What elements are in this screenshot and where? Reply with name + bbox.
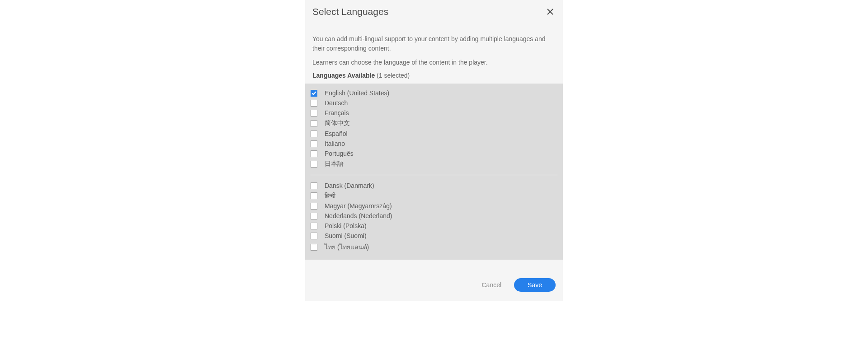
language-item[interactable]: Français xyxy=(311,108,557,118)
language-checkbox[interactable] xyxy=(311,203,317,210)
language-label: Polski (Polska) xyxy=(325,222,367,229)
language-label: Español xyxy=(325,130,348,137)
language-checkbox[interactable] xyxy=(311,140,317,147)
close-button[interactable] xyxy=(545,6,556,17)
save-button[interactable]: Save xyxy=(514,278,556,292)
language-checkbox[interactable] xyxy=(311,192,317,199)
language-label: English (United States) xyxy=(325,89,389,97)
modal-header: Select Languages xyxy=(305,0,563,22)
language-group-divider xyxy=(311,175,557,175)
language-checkbox[interactable] xyxy=(311,150,317,157)
modal-footer: Cancel Save xyxy=(305,260,563,292)
language-checkbox[interactable] xyxy=(311,100,317,107)
cancel-button[interactable]: Cancel xyxy=(480,278,503,292)
language-item[interactable]: Deutsch xyxy=(311,98,557,108)
language-checkbox[interactable] xyxy=(311,244,317,251)
select-languages-modal: Select Languages You can add multi-lingu… xyxy=(305,0,563,301)
language-label: ไทย (ไทยแลนด์) xyxy=(325,242,369,252)
language-item[interactable]: Suomi (Suomi) xyxy=(311,231,557,241)
language-label: Deutsch xyxy=(325,99,348,107)
language-label: 简体中文 xyxy=(325,119,350,127)
language-item[interactable]: ไทย (ไทยแลนด์) xyxy=(311,241,557,253)
language-label: Français xyxy=(325,109,349,117)
language-item[interactable]: Español xyxy=(311,129,557,139)
language-checkbox[interactable] xyxy=(311,233,317,239)
language-item[interactable]: Dansk (Danmark) xyxy=(311,181,557,191)
language-item[interactable]: Magyar (Magyarország) xyxy=(311,201,557,211)
modal-body: You can add multi-lingual support to you… xyxy=(305,34,563,260)
language-item[interactable]: English (United States) xyxy=(311,88,557,98)
language-item[interactable]: Italiano xyxy=(311,139,557,149)
description-text-1: You can add multi-lingual support to you… xyxy=(312,34,556,53)
language-list: English (United States)DeutschFrançais简体… xyxy=(305,84,563,260)
language-checkbox[interactable] xyxy=(311,110,317,117)
language-label: Suomi (Suomi) xyxy=(325,232,367,239)
languages-available-label: Languages Available xyxy=(312,72,375,79)
language-checkbox[interactable] xyxy=(311,182,317,189)
language-checkbox[interactable] xyxy=(311,223,317,229)
language-checkbox[interactable] xyxy=(311,161,317,168)
language-label: Nederlands (Nederland) xyxy=(325,212,392,219)
language-item[interactable]: Polski (Polska) xyxy=(311,221,557,231)
description-text-2: Learners can choose the language of the … xyxy=(312,58,556,67)
language-item[interactable]: Português xyxy=(311,149,557,159)
language-label: 日本語 xyxy=(325,160,344,168)
language-label: Dansk (Danmark) xyxy=(325,182,374,189)
modal-title: Select Languages xyxy=(312,6,388,17)
languages-available-header: Languages Available (1 selected) xyxy=(312,72,556,79)
language-label: Português xyxy=(325,150,354,157)
language-item[interactable]: हिन्दी xyxy=(311,191,557,201)
language-checkbox[interactable] xyxy=(311,131,317,137)
language-label: Italiano xyxy=(325,140,345,147)
language-item[interactable]: 日本語 xyxy=(311,159,557,169)
language-checkbox[interactable] xyxy=(311,120,317,127)
selected-count: (1 selected) xyxy=(377,72,410,79)
language-item[interactable]: 简体中文 xyxy=(311,118,557,129)
language-checkbox[interactable] xyxy=(311,213,317,219)
language-checkbox[interactable] xyxy=(311,90,317,97)
language-label: हिन्दी xyxy=(325,192,335,200)
language-label: Magyar (Magyarország) xyxy=(325,202,392,210)
language-item[interactable]: Nederlands (Nederland) xyxy=(311,211,557,221)
close-icon xyxy=(547,8,554,15)
checkmark-icon xyxy=(311,91,316,96)
